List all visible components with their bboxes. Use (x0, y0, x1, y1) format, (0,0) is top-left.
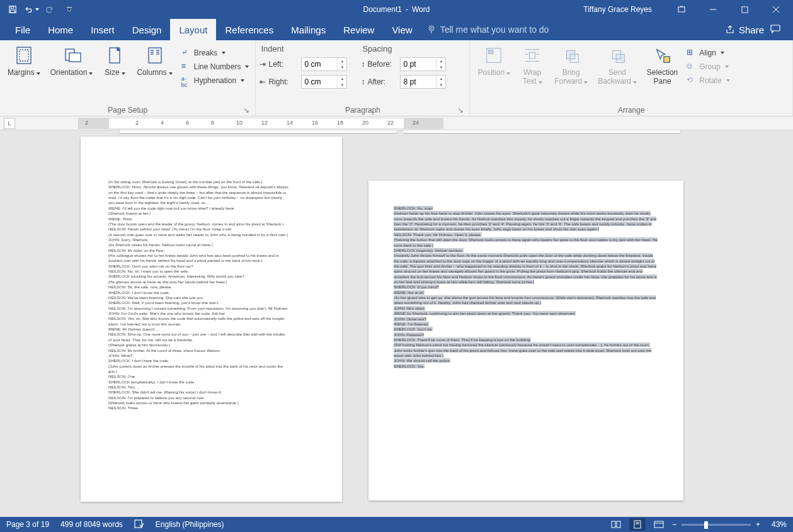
text-line[interactable]: SHERLOCK: Yes. (394, 364, 658, 369)
breaks-button[interactable]: ⤶Breaks (179, 47, 252, 59)
tab-mailings[interactable]: Mailings (282, 19, 334, 40)
save-icon[interactable] (5, 2, 20, 17)
text-line[interactable]: (Neilson holds up his free hand to stop … (394, 211, 658, 232)
orientation-button[interactable]: Orientation (47, 43, 97, 79)
text-line[interactable]: alarm. I've learned not to trust this wo… (108, 322, 319, 327)
maximize-icon[interactable] (730, 0, 759, 19)
text-line[interactable]: JOHN: He's dead. (394, 306, 658, 311)
text-line[interactable]: doubled over with his hands behind his h… (108, 258, 319, 263)
text-line[interactable]: NEILSON: Mr Archer. At the count of thre… (108, 348, 319, 353)
text-line[interactable]: read. I'd say from the make that it's a … (108, 195, 319, 200)
text-line[interactable]: SHERLOCK: Well, if you'd been listening,… (108, 300, 319, 305)
text-line[interactable]: (John cowers down as Archer presses the … (108, 364, 319, 369)
horizontal-ruler[interactable]: 224681012141618202224 (78, 118, 443, 129)
text-line[interactable]: SHERLOCK (urgently): Vatican cameos. (394, 248, 658, 253)
print-layout-icon[interactable] (629, 518, 646, 531)
text-line[interactable]: IRENE: I'd tell you the code right now b… (108, 206, 319, 211)
zoom-in-button[interactable]: + (756, 520, 760, 529)
tab-references[interactable]: References (216, 19, 282, 40)
text-line[interactable]: JOHN: For God's sake. She's the one who … (108, 311, 319, 316)
text-line[interactable]: NEILSON: One. (108, 374, 319, 379)
size-button[interactable]: Size (99, 43, 130, 79)
text-line[interactable]: JOHN: Flattered? (394, 332, 658, 337)
tab-home[interactable]: Home (39, 19, 82, 40)
text-line[interactable]: NEILSON: Three. (108, 405, 319, 410)
text-line[interactable]: JOHN: Sorry, Sherlock. (108, 237, 319, 242)
undo-icon[interactable] (24, 2, 39, 17)
text-line[interactable]: SHERLOCK: There'll be more of them. They… (394, 337, 658, 342)
text-line[interactable]: NEILSON: I'm prepared to believe you any… (108, 395, 319, 400)
text-line[interactable]: NEILSON: Mr Adler, on the floor. (108, 248, 319, 253)
text-line[interactable]: SHERLOCK (clocking his accent): American… (108, 274, 319, 279)
text-line[interactable]: SHERLOCK: Don't be. (394, 327, 658, 332)
spacing-before-input[interactable]: ▲▼ (400, 57, 446, 71)
text-line[interactable]: SHERLOCK (emphatically): I don't know th… (108, 380, 319, 385)
tab-selector[interactable]: L (4, 118, 15, 129)
read-mode-icon[interactable] (608, 518, 624, 531)
paragraph-dialog-launcher-icon[interactable]: ↘ (457, 106, 464, 113)
text-line[interactable]: SHERLOCK: Hmm. Should always use gloves … (108, 184, 319, 190)
text-line[interactable]: SHERLOCK: I don't have the code. (108, 358, 319, 363)
minimize-icon[interactable] (699, 0, 727, 19)
text-line[interactable]: (In the sitting room Sherlock is looking… (108, 179, 319, 184)
tab-design[interactable]: Design (123, 19, 171, 40)
text-line[interactable]: SHERLOCK: She didn't tell me. (Raising h… (108, 390, 319, 395)
text-line[interactable]: JOHN: Observant? (394, 317, 658, 322)
text-line[interactable]: (Instantly John throws himself to the fl… (394, 253, 658, 285)
text-line[interactable]: JOHN: We should call the police. (394, 358, 658, 363)
tab-file[interactable]: File (6, 19, 39, 40)
web-layout-icon[interactable] (651, 518, 667, 531)
text-line[interactable]: (As her guard tries to get up, she slams… (394, 295, 658, 306)
page-3[interactable]: (In the sitting room Sherlock is looking… (81, 137, 342, 502)
text-line[interactable]: NEILSON: Sir, the safe, now, please. (108, 285, 319, 290)
language-indicator[interactable]: English (Philippines) (156, 520, 224, 529)
text-line[interactable]: of your head. That, for me, will not be … (108, 337, 319, 342)
tab-view[interactable]: View (383, 19, 421, 40)
indent-left-input[interactable]: ▲▼ (301, 57, 347, 71)
page-4[interactable]: SHERLOCK: No, stop!(Neilson holds up his… (368, 181, 683, 501)
text-line[interactable]: (Still holding Neilson's pistol but havi… (394, 342, 658, 358)
word-count[interactable]: 499 of 8049 words (60, 520, 123, 529)
tab-insert[interactable]: Insert (82, 19, 123, 40)
text-line[interactable]: gun.) (108, 369, 319, 374)
indent-right-input[interactable]: ▲▼ (301, 75, 347, 89)
comments-icon[interactable] (770, 24, 782, 36)
zoom-out-button[interactable]: − (672, 520, 676, 529)
text-line[interactable]: IRENE: I'm flattered. (394, 322, 658, 327)
text-line[interactable]: (Sherlock frowns at her.) (108, 211, 319, 216)
hyphenation-button[interactable]: a-bcHyphenation (179, 74, 252, 87)
share-button[interactable]: Share (725, 25, 764, 35)
page-indicator[interactable]: Page 3 of 19 (6, 520, 49, 529)
text-line[interactable]: (As Sherlock raises his hands, Neilson l… (108, 242, 319, 247)
text-line[interactable]: IRENE: Mr Holmes doesn't ... (108, 327, 319, 332)
spacing-after-input[interactable]: ▲▼ (400, 75, 446, 89)
text-line[interactable]: NEILSON: We've been listening. She said … (108, 295, 319, 300)
text-line[interactable]: IRENE: Think. (108, 217, 319, 222)
text-line[interactable]: NEILSON: Shut up. One more word out of y… (108, 332, 319, 337)
text-line[interactable]: NEILSON: Thank you, Mr Holmes. Open it, … (394, 232, 658, 237)
text-line[interactable]: JOHN: What? (108, 353, 319, 358)
page-setup-dialog-launcher-icon[interactable]: ↘ (242, 106, 250, 113)
text-line[interactable]: (A second man goes over to Irene and wal… (108, 232, 319, 237)
tab-layout[interactable]: Layout (170, 19, 216, 40)
proofing-icon[interactable] (134, 519, 144, 530)
text-line[interactable]: (His colleague shoves her to her knees b… (108, 253, 319, 258)
text-line[interactable]: (Sherlock glares at him ferociously.) (108, 342, 319, 348)
text-line[interactable]: SHERLOCK: I don't know the code. (108, 290, 319, 295)
text-line[interactable]: NEILSON: Yes, sir. She also knows the co… (108, 316, 319, 321)
qat-customize-icon[interactable] (62, 2, 77, 17)
tell-me-search[interactable]: Tell me what you want to do (426, 25, 549, 35)
zoom-slider[interactable] (682, 524, 751, 526)
text-line[interactable]: you were born in the eighties; the eight… (108, 200, 319, 205)
align-button[interactable]: ⊞Align (684, 47, 732, 59)
selection-pane-button[interactable]: Selection Pane (643, 43, 682, 88)
margins-button[interactable]: Margins (4, 43, 44, 79)
text-line[interactable]: SHERLOCK: D'you mind? (394, 285, 658, 290)
text-line[interactable]: IRENE: Not at all. (394, 290, 658, 295)
text-line[interactable]: NEILSON: I'm assuming I missed something… (108, 306, 319, 311)
text-line[interactable]: IRENE (to Sherlock, continuing to aim he… (394, 311, 658, 316)
text-line[interactable]: (Sherlock looks across to Irene who lowe… (108, 400, 319, 405)
text-line[interactable]: on the first key used – that's quite cle… (108, 190, 319, 195)
document-area[interactable]: (In the sitting room Sherlock is looking… (0, 130, 793, 527)
redo-icon[interactable] (43, 2, 58, 17)
